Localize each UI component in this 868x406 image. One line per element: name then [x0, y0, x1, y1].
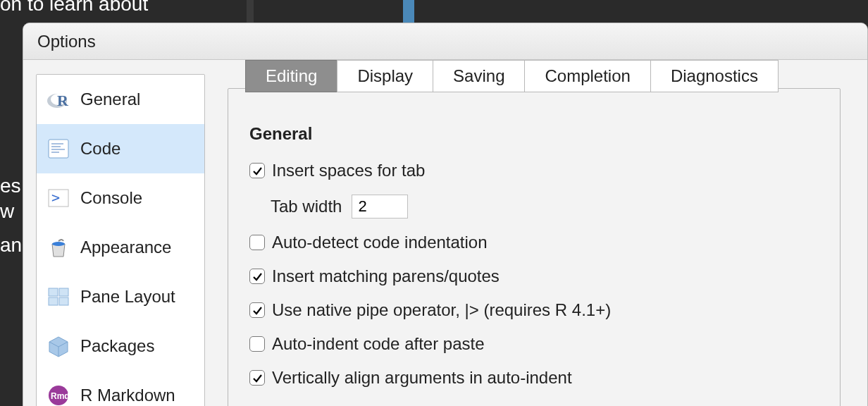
option-label: Insert spaces for tab [272, 161, 425, 180]
checkbox[interactable] [249, 302, 265, 318]
svg-point-10 [52, 242, 65, 246]
option-auto-detect[interactable]: Auto-detect code indentation [249, 233, 819, 252]
svg-text:>: > [51, 189, 60, 206]
checkbox[interactable] [249, 163, 265, 178]
tab-diagnostics[interactable]: Diagnostics [650, 60, 779, 92]
sidebar-item-label: Code [80, 139, 120, 159]
sidebar-item-label: R Markdown [80, 386, 175, 405]
svg-text:Rmd: Rmd [51, 391, 70, 401]
option-native-pipe[interactable]: Use native pipe operator, |> (requires R… [249, 300, 819, 320]
sidebar-item-label: Console [80, 188, 142, 208]
tab-editing[interactable]: Editing [245, 60, 337, 92]
background-text: on to learn about [0, 0, 148, 16]
checkbox[interactable] [249, 370, 265, 386]
option-label: Use native pipe operator, |> (requires R… [272, 300, 611, 320]
tab-completion[interactable]: Completion [524, 60, 650, 92]
tab-bar: Editing Display Saving Completion Diagno… [246, 60, 779, 92]
sidebar-item-r-markdown[interactable]: Rmd R Markdown [37, 371, 204, 406]
sidebar-item-console[interactable]: > Console [37, 173, 204, 223]
background-text: w [0, 200, 14, 223]
rmd-icon: Rmd [46, 383, 70, 406]
console-icon: > [46, 186, 70, 210]
checkbox[interactable] [249, 269, 265, 284]
sidebar-item-label: General [80, 90, 140, 109]
settings-panel: General Insert spaces for tab Tab width … [228, 88, 841, 406]
section-title: General [249, 124, 819, 144]
tab-saving[interactable]: Saving [433, 60, 525, 92]
sidebar: R General Code > Console Appear [36, 74, 205, 406]
option-label: Auto-detect code indentation [272, 233, 488, 252]
svg-rect-11 [49, 288, 58, 296]
option-tab-width: Tab width [271, 195, 819, 219]
sidebar-item-general[interactable]: R General [37, 75, 204, 124]
tab-display[interactable]: Display [337, 60, 433, 92]
layout-icon [46, 285, 70, 309]
sidebar-item-label: Packages [80, 336, 154, 356]
content-area: Editing Display Saving Completion Diagno… [205, 60, 867, 406]
dialog-title: Options [23, 23, 867, 60]
background-text: an [0, 234, 22, 257]
svg-text:R: R [57, 92, 69, 109]
option-vertical-align[interactable]: Vertically align arguments in auto-inden… [249, 368, 819, 388]
paint-bucket-icon [46, 235, 70, 259]
sidebar-item-label: Appearance [80, 238, 171, 257]
sidebar-item-label: Pane Layout [80, 287, 175, 307]
sidebar-item-appearance[interactable]: Appearance [37, 223, 204, 272]
background-divider [403, 0, 414, 23]
options-dialog: Options R General Code > Console [23, 23, 868, 406]
package-icon [46, 334, 70, 358]
r-icon: R [46, 87, 70, 111]
svg-rect-13 [49, 297, 58, 305]
option-insert-spaces[interactable]: Insert spaces for tab [249, 161, 819, 180]
svg-rect-3 [49, 140, 68, 158]
svg-rect-12 [59, 288, 68, 296]
checkbox[interactable] [249, 336, 265, 352]
svg-rect-14 [59, 297, 68, 305]
checkbox[interactable] [249, 235, 265, 250]
sidebar-item-code[interactable]: Code [37, 124, 204, 173]
option-label: Auto-indent code after paste [272, 334, 485, 354]
option-label: Insert matching parens/quotes [272, 266, 500, 286]
option-label: Vertically align arguments in auto-inden… [272, 368, 572, 388]
sidebar-item-packages[interactable]: Packages [37, 321, 204, 371]
code-icon [46, 137, 70, 161]
option-label: Tab width [271, 197, 342, 216]
option-insert-matching[interactable]: Insert matching parens/quotes [249, 266, 819, 286]
tab-width-input[interactable] [352, 195, 408, 219]
background-divider [247, 0, 254, 23]
background-text: es [0, 175, 21, 197]
option-auto-indent-paste[interactable]: Auto-indent code after paste [249, 334, 819, 354]
sidebar-item-pane-layout[interactable]: Pane Layout [37, 272, 204, 321]
